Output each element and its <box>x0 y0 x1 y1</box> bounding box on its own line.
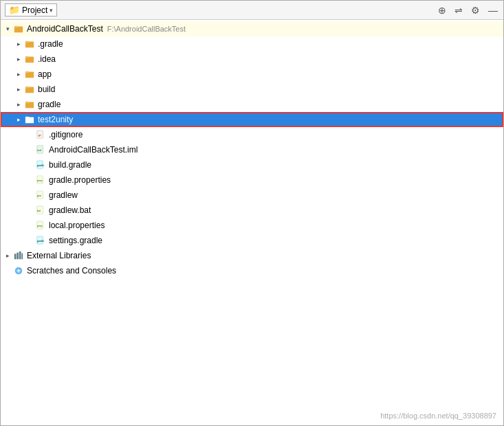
tree-item-iml[interactable]: iml AndroidCallBackTest.iml <box>1 142 503 157</box>
globe-button[interactable]: ⊕ <box>437 3 448 17</box>
folder-icon: 📁 <box>9 5 20 15</box>
svg-rect-31 <box>17 253 19 260</box>
tree-item-scratches[interactable]: Scratches and Consoles <box>1 263 503 278</box>
watermark: https://blog.csdn.net/qq_39308897 <box>380 412 496 420</box>
expand-arrow-test2unity <box>14 115 23 124</box>
tree-item-settingsgradle[interactable]: gradle settings.gradle <box>1 233 503 248</box>
tree-item-extlibs[interactable]: External Libraries <box>1 248 503 263</box>
expand-arrow-settingsgradle <box>25 236 34 245</box>
expand-arrow-gradle2 <box>14 100 23 109</box>
tree-item-test2unity[interactable]: test2unity <box>1 112 503 127</box>
tree-item-buildgradle-label: build.gradle <box>49 160 91 170</box>
settings-button[interactable]: ⚙ <box>470 3 481 17</box>
tree-item-gradle2-label: gradle <box>38 100 61 109</box>
expand-arrow-app <box>14 70 23 78</box>
folder-icon-root <box>13 23 24 34</box>
expand-arrow-iml <box>25 146 34 154</box>
expand-arrow-gradle <box>14 40 23 48</box>
tree-item-scratches-label: Scratches and Consoles <box>27 266 116 276</box>
svg-rect-11 <box>25 102 29 104</box>
file-icon-gradlewbat: bat <box>35 205 46 216</box>
svg-text:iml: iml <box>37 148 41 152</box>
folder-icon-build <box>24 84 35 95</box>
file-icon-gitignore: .gi <box>35 129 46 140</box>
folder-icon-idea <box>24 54 35 65</box>
tree-item-gitignore-label: .gitignore <box>49 130 83 139</box>
svg-text:prop: prop <box>37 225 43 227</box>
svg-rect-3 <box>25 41 29 43</box>
expand-arrow-extlibs <box>3 251 12 260</box>
tree-item-root-label: AndroidCallBackTest <box>27 24 103 34</box>
folder-icon-app <box>24 69 35 80</box>
tree-item-iml-label: AndroidCallBackTest.iml <box>49 145 138 155</box>
svg-rect-9 <box>25 87 29 89</box>
svg-text:grw: grw <box>37 194 42 197</box>
expand-arrow-gradlewbat <box>25 206 34 214</box>
svg-text:gradle: gradle <box>37 240 45 243</box>
tree-item-idea-label: .idea <box>38 54 56 64</box>
title-bar-right: ⊕ ⇌ ⚙ — <box>437 3 499 17</box>
tree-item-test2unity-label: test2unity <box>38 115 73 124</box>
file-icon-localprops: prop <box>35 220 46 231</box>
tree-item-gradlewbat[interactable]: bat gradlew.bat <box>1 203 503 218</box>
svg-text:bat: bat <box>37 210 41 212</box>
project-tree-panel: AndroidCallBackTest F:\AndroidCallBackTe… <box>1 20 503 425</box>
svg-text:gradle: gradle <box>37 164 45 167</box>
title-bar: 📁 Project ▾ ⊕ ⇌ ⚙ — <box>1 1 503 20</box>
file-icon-iml: iml <box>35 144 46 155</box>
tree-item-app-label: app <box>38 69 52 79</box>
expand-arrow-idea <box>14 55 23 63</box>
tree-item-root[interactable]: AndroidCallBackTest F:\AndroidCallBackTe… <box>1 21 503 36</box>
expand-arrow-scratches <box>3 267 12 275</box>
tree-item-build[interactable]: build <box>1 82 503 97</box>
tree-item-app[interactable]: app <box>1 67 503 82</box>
tree-item-gradle[interactable]: .gradle <box>1 36 503 52</box>
tree-item-gradle-label: .gradle <box>38 39 63 49</box>
chevron-down-icon: ▾ <box>50 7 53 14</box>
project-label: Project <box>22 5 47 15</box>
svg-rect-32 <box>19 251 21 259</box>
expand-arrow-gradlew <box>25 191 34 199</box>
tree-item-root-path: F:\AndroidCallBackTest <box>107 25 186 33</box>
expand-arrow-buildgradle <box>25 161 34 169</box>
main-window: 📁 Project ▾ ⊕ ⇌ ⚙ — Andr <box>0 0 504 426</box>
file-icon-gradlew: grw <box>35 190 46 201</box>
tree-item-gradlewbat-label: gradlew.bat <box>49 205 91 215</box>
project-dropdown[interactable]: 📁 Project ▾ <box>5 3 57 16</box>
tree-item-localprops-label: local.properties <box>49 221 105 230</box>
tree-item-idea[interactable]: .idea <box>1 52 503 67</box>
project-tree: AndroidCallBackTest F:\AndroidCallBackTe… <box>1 20 503 280</box>
folder-icon-gradle2 <box>24 99 35 110</box>
title-bar-left: 📁 Project ▾ <box>5 3 57 16</box>
svg-rect-5 <box>25 56 29 58</box>
tree-item-settingsgradle-label: settings.gradle <box>49 236 102 245</box>
extlib-icon <box>13 250 24 261</box>
watermark-text: https://blog.csdn.net/qq_39308897 <box>380 412 496 420</box>
tree-item-gradleprops-label: gradle.properties <box>49 175 111 185</box>
folder-icon-gradle <box>24 38 35 49</box>
tree-item-gradle2[interactable]: gradle <box>1 97 503 112</box>
scratches-icon <box>13 265 24 276</box>
svg-rect-1 <box>14 26 18 28</box>
split-button[interactable]: ⇌ <box>453 3 464 17</box>
svg-rect-13 <box>25 117 29 119</box>
file-icon-gradleprops: prop <box>35 175 46 186</box>
tree-item-buildgradle[interactable]: gradle build.gradle <box>1 157 503 172</box>
file-icon-buildgradle: gradle <box>35 159 46 170</box>
svg-rect-33 <box>21 254 23 260</box>
tree-item-build-label: build <box>38 85 55 94</box>
expand-arrow-build <box>14 85 23 93</box>
expand-arrow-root <box>3 25 12 33</box>
tree-item-gitignore[interactable]: .gi .gitignore <box>1 127 503 142</box>
tree-item-localprops[interactable]: prop local.properties <box>1 218 503 233</box>
expand-arrow-gitignore <box>25 131 34 139</box>
minimize-button[interactable]: — <box>487 3 499 17</box>
file-icon-settingsgradle: gradle <box>35 235 46 246</box>
svg-text:prop: prop <box>37 179 43 182</box>
tree-item-gradlew[interactable]: grw gradlew <box>1 188 503 203</box>
expand-arrow-localprops <box>25 221 34 229</box>
tree-item-gradleprops[interactable]: prop gradle.properties <box>1 172 503 188</box>
folder-icon-test2unity <box>24 114 35 125</box>
expand-arrow-gradleprops <box>25 176 34 184</box>
svg-rect-7 <box>25 71 29 74</box>
